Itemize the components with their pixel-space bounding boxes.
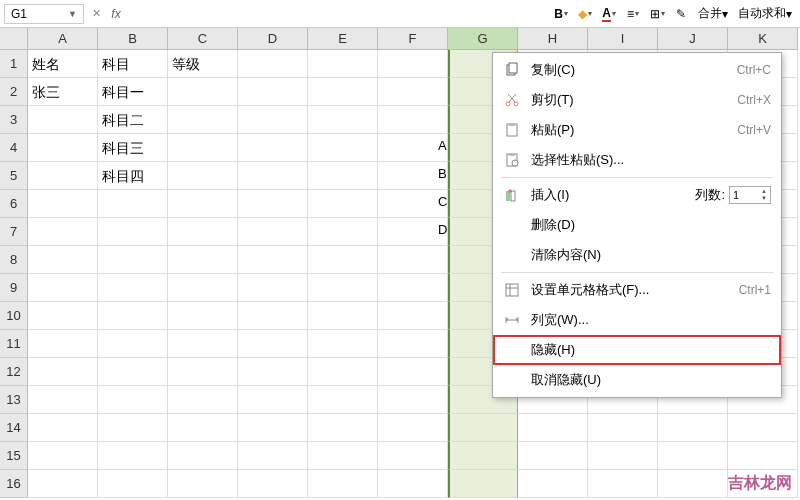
cell-F14[interactable] xyxy=(378,414,448,442)
cell-C14[interactable] xyxy=(168,414,238,442)
cell-G15[interactable] xyxy=(448,442,518,470)
column-header-h[interactable]: H xyxy=(518,28,588,50)
cell-E16[interactable] xyxy=(308,470,378,498)
row-header-10[interactable]: 10 xyxy=(0,302,28,330)
cell-C8[interactable] xyxy=(168,246,238,274)
cell-B7[interactable] xyxy=(98,218,168,246)
cell-A14[interactable] xyxy=(28,414,98,442)
cell-A16[interactable] xyxy=(28,470,98,498)
menu-copy[interactable]: 复制(C) Ctrl+C xyxy=(493,55,781,85)
row-header-3[interactable]: 3 xyxy=(0,106,28,134)
cell-C9[interactable] xyxy=(168,274,238,302)
cell-I15[interactable] xyxy=(588,442,658,470)
cell-C10[interactable] xyxy=(168,302,238,330)
cell-H15[interactable] xyxy=(518,442,588,470)
menu-paste[interactable]: 粘贴(P) Ctrl+V xyxy=(493,115,781,145)
cell-A1[interactable]: 姓名 xyxy=(28,50,98,78)
cell-A8[interactable] xyxy=(28,246,98,274)
cell-F15[interactable] xyxy=(378,442,448,470)
fx-icon[interactable]: fx xyxy=(108,6,124,22)
cell-F16[interactable] xyxy=(378,470,448,498)
cell-D4[interactable] xyxy=(238,134,308,162)
row-header-14[interactable]: 14 xyxy=(0,414,28,442)
menu-clear[interactable]: 清除内容(N) xyxy=(493,240,781,270)
cell-B12[interactable] xyxy=(98,358,168,386)
cell-D1[interactable] xyxy=(238,50,308,78)
row-header-2[interactable]: 2 xyxy=(0,78,28,106)
row-header-16[interactable]: 16 xyxy=(0,470,28,498)
cell-D7[interactable] xyxy=(238,218,308,246)
cell-F2[interactable] xyxy=(378,78,448,106)
cell-E4[interactable] xyxy=(308,134,378,162)
row-header-6[interactable]: 6 xyxy=(0,190,28,218)
cell-B4[interactable]: 科目三 xyxy=(98,134,168,162)
cell-A10[interactable] xyxy=(28,302,98,330)
cell-E3[interactable] xyxy=(308,106,378,134)
column-header-f[interactable]: F xyxy=(378,28,448,50)
borders-button[interactable]: ⊞▾ xyxy=(646,3,668,25)
cell-A9[interactable] xyxy=(28,274,98,302)
cell-D8[interactable] xyxy=(238,246,308,274)
cell-F1[interactable] xyxy=(378,50,448,78)
row-header-11[interactable]: 11 xyxy=(0,330,28,358)
cell-B13[interactable] xyxy=(98,386,168,414)
menu-col-width[interactable]: 列宽(W)... xyxy=(493,305,781,335)
bold-button[interactable]: B▾ xyxy=(550,3,572,25)
cell-A6[interactable] xyxy=(28,190,98,218)
cell-B3[interactable]: 科目二 xyxy=(98,106,168,134)
name-box-dropdown-icon[interactable]: ▼ xyxy=(68,9,77,19)
cell-F11[interactable] xyxy=(378,330,448,358)
cell-C12[interactable] xyxy=(168,358,238,386)
cell-A13[interactable] xyxy=(28,386,98,414)
cell-E7[interactable] xyxy=(308,218,378,246)
cell-D11[interactable] xyxy=(238,330,308,358)
column-header-j[interactable]: J xyxy=(658,28,728,50)
cell-H16[interactable] xyxy=(518,470,588,498)
row-header-15[interactable]: 15 xyxy=(0,442,28,470)
cell-E5[interactable] xyxy=(308,162,378,190)
column-header-g[interactable]: G xyxy=(448,28,518,50)
cell-B8[interactable] xyxy=(98,246,168,274)
cell-C2[interactable] xyxy=(168,78,238,106)
spinner-buttons[interactable]: ▲▼ xyxy=(761,188,767,202)
cell-D10[interactable] xyxy=(238,302,308,330)
cell-C3[interactable] xyxy=(168,106,238,134)
cell-B14[interactable] xyxy=(98,414,168,442)
cell-F10[interactable] xyxy=(378,302,448,330)
cell-D14[interactable] xyxy=(238,414,308,442)
fill-color-button[interactable]: ◆▾ xyxy=(574,3,596,25)
cell-B15[interactable] xyxy=(98,442,168,470)
cell-A11[interactable] xyxy=(28,330,98,358)
cell-E14[interactable] xyxy=(308,414,378,442)
cell-B11[interactable] xyxy=(98,330,168,358)
row-header-12[interactable]: 12 xyxy=(0,358,28,386)
row-header-5[interactable]: 5 xyxy=(0,162,28,190)
cell-E15[interactable] xyxy=(308,442,378,470)
menu-delete[interactable]: 删除(D) xyxy=(493,210,781,240)
cell-K15[interactable] xyxy=(728,442,798,470)
row-header-13[interactable]: 13 xyxy=(0,386,28,414)
format-painter-button[interactable]: ✎ xyxy=(670,3,692,25)
cell-B6[interactable] xyxy=(98,190,168,218)
cell-F12[interactable] xyxy=(378,358,448,386)
cell-D13[interactable] xyxy=(238,386,308,414)
cell-H14[interactable] xyxy=(518,414,588,442)
select-all-corner[interactable] xyxy=(0,28,28,50)
cell-C11[interactable] xyxy=(168,330,238,358)
cell-C16[interactable] xyxy=(168,470,238,498)
cell-F3[interactable] xyxy=(378,106,448,134)
cell-D5[interactable] xyxy=(238,162,308,190)
column-header-d[interactable]: D xyxy=(238,28,308,50)
cell-C6[interactable] xyxy=(168,190,238,218)
cell-E6[interactable] xyxy=(308,190,378,218)
name-box[interactable]: G1 ▼ xyxy=(4,4,84,24)
menu-hide[interactable]: 隐藏(H) xyxy=(493,335,781,365)
cell-D9[interactable] xyxy=(238,274,308,302)
cell-B1[interactable]: 科目 xyxy=(98,50,168,78)
cell-C7[interactable] xyxy=(168,218,238,246)
cell-A15[interactable] xyxy=(28,442,98,470)
menu-unhide[interactable]: 取消隐藏(U) xyxy=(493,365,781,395)
cell-E8[interactable] xyxy=(308,246,378,274)
cell-J15[interactable] xyxy=(658,442,728,470)
column-header-k[interactable]: K xyxy=(728,28,798,50)
